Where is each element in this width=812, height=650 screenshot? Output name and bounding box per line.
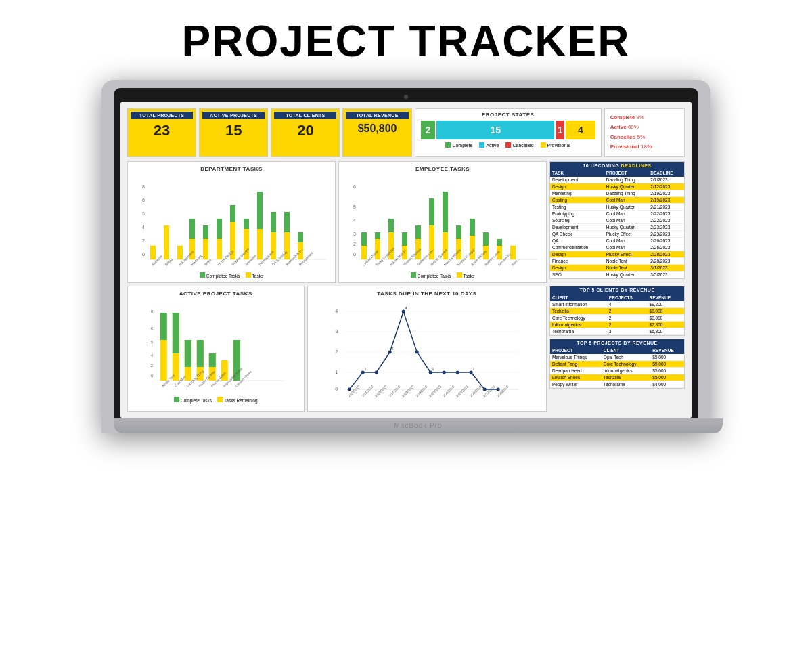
dept-chart-panel: DEPARTMENT TASKS 8 6 5 4 2 0: [127, 161, 336, 283]
client-projects: 3: [607, 328, 648, 334]
client-revenue: $6,800: [648, 328, 684, 334]
deadline-date: 2/28/2023: [648, 257, 684, 264]
svg-text:2: 2: [151, 364, 154, 368]
dept-chart-svg: 8 6 5 4 2 0: [132, 175, 331, 269]
legend-provisional: Provisional: [541, 142, 570, 148]
svg-rect-58: [429, 198, 434, 225]
client-row: Techorama 3 $6,800: [550, 328, 684, 334]
top-projects-card: TOP 5 PROJECTS BY REVENUE PROJECT CLIENT…: [549, 339, 685, 389]
stat-label-active-projects: ACTIVE PROJECTS: [202, 112, 265, 119]
svg-rect-90: [160, 313, 167, 340]
employee-chart-panel: EMPLOYEE TASKS 6 5 4 3 2 0: [338, 161, 547, 283]
svg-rect-52: [388, 219, 394, 232]
client-row: Informatgenics 2 $7,800: [550, 321, 684, 328]
legend-dot-provisional: [541, 142, 546, 148]
svg-text:2: 2: [353, 242, 356, 246]
deadline-row: Design Plucky Effect 2/28/2023: [550, 251, 684, 257]
top-clients-table: CLIENT PROJECTS REVENUE Smart Informatio…: [550, 294, 684, 335]
emp-legend-completed: Completed Tasks: [411, 272, 451, 278]
laptop-brand: MacBook Pro: [394, 422, 442, 429]
project-name: Loutish Shoes: [550, 374, 602, 381]
active-project-chart-panel: ACTIVE PROJECT TASKS 8 6 5 4 2 0: [127, 286, 304, 412]
client-projects: 2: [607, 321, 648, 328]
svg-rect-17: [230, 205, 235, 222]
svg-point-129: [482, 387, 486, 391]
svg-text:2/18/2023: 2/18/2023: [401, 384, 414, 397]
dashboard: TOTAL PROJECTS 23 ACTIVE PROJECTS 15 TOT…: [127, 108, 685, 412]
deadline-row: Finance Noble Tent 2/28/2023: [550, 257, 684, 264]
employee-chart-title: EMPLOYEE TASKS: [343, 166, 542, 172]
deadline-project: Husky Quarter: [604, 183, 649, 190]
stat-total-clients: TOTAL CLIENTS 20: [271, 108, 340, 157]
project-client: Informatgenics: [602, 367, 651, 374]
svg-rect-27: [298, 232, 303, 242]
deadline-date: 2/7/2023: [648, 177, 684, 183]
deadline-project: Noble Tent: [604, 257, 649, 264]
active-legend-remaining: Tasks Remaining: [217, 397, 258, 403]
dept-legend-completed: Completed Tasks: [200, 272, 240, 278]
svg-text:6: 6: [151, 326, 154, 330]
legend-cancelled: Cancelled: [505, 142, 533, 148]
deadline-row: Design Noble Tent 3/1/2023: [550, 264, 684, 271]
client-col-projects: PROJECTS: [607, 294, 648, 301]
stat-label-total-revenue: TOTAL REVENUE: [346, 112, 408, 119]
deadline-row: Prototyping Cool Man 2/22/2023: [550, 210, 684, 217]
svg-rect-11: [189, 219, 195, 239]
project-row: Deadpan Head Informatgenics $5,000: [550, 367, 684, 374]
svg-text:2/21/2023: 2/21/2023: [441, 384, 455, 397]
svg-point-121: [374, 370, 378, 374]
svg-rect-94: [185, 340, 191, 367]
svg-text:8: 8: [151, 309, 154, 313]
deadline-row: Marketing Dazzling Thing 2/19/2023: [550, 190, 684, 196]
deadline-project: Husky Quarter: [604, 223, 649, 230]
deadline-project: Husky Quarter: [604, 203, 649, 210]
project-name: Defiant Fang: [550, 360, 602, 367]
svg-rect-98: [209, 353, 216, 367]
deadline-task: Prototyping: [550, 210, 604, 217]
svg-rect-48: [361, 232, 367, 246]
deadline-task: Development: [550, 223, 604, 230]
client-name: Techzilla: [550, 307, 607, 314]
dept-chart-title: DEPARTMENT TASKS: [132, 166, 331, 172]
deadline-task: Sourcing: [550, 217, 604, 223]
top-projects-header: TOP 5 PROJECTS BY REVENUE: [550, 339, 684, 347]
stat-total-projects: TOTAL PROJECTS 23: [127, 108, 196, 157]
svg-text:2/22/2023: 2/22/2023: [468, 384, 482, 397]
project-revenue: $5,000: [650, 360, 684, 367]
deadline-date: 3/1/2023: [648, 264, 684, 271]
deadline-project: Cool Man: [604, 217, 649, 223]
deadline-date: 3/5/2023: [648, 271, 684, 278]
proj-col-name: PROJECT: [550, 347, 602, 354]
legend-complete: Complete: [445, 142, 472, 148]
svg-text:0: 0: [335, 387, 338, 391]
project-revenue: $4,000: [650, 381, 684, 387]
deadlines-card: 10 UPCOMING DEADLINES TASK PROJECT DEADL…: [549, 161, 685, 279]
svg-point-125: [428, 370, 432, 374]
deadline-date: 2/26/2023: [648, 237, 684, 244]
client-projects: 2: [607, 314, 648, 321]
deadline-date: 2/28/2023: [648, 251, 684, 257]
stat-label-total-clients: TOTAL CLIENTS: [274, 112, 336, 119]
deadline-task: Finance: [550, 257, 604, 264]
svg-text:2/22/2023: 2/22/2023: [482, 384, 495, 397]
deadline-task: Design: [550, 183, 604, 190]
svg-text:2/15/2023: 2/15/2023: [346, 384, 360, 397]
deadline-row: Commercialization Cool Man 2/26/2023: [550, 244, 684, 251]
deadline-date: 2/23/2023: [648, 223, 684, 230]
svg-text:0: 0: [142, 252, 145, 257]
svg-rect-8: [164, 225, 169, 259]
deadline-task: Testing: [550, 203, 604, 210]
deadline-row: QA Check Plucky Effect 2/23/2023: [550, 230, 684, 237]
deadline-date: 2/19/2023: [648, 190, 684, 196]
dept-chart-legend: Completed Tasks Tasks: [132, 272, 331, 278]
deadline-task: Design: [550, 264, 604, 271]
svg-text:2: 2: [335, 349, 338, 354]
deadline-project: Cool Man: [604, 244, 649, 251]
svg-rect-68: [497, 239, 502, 246]
active-chart-title: ACTIVE PROJECT TASKS: [132, 290, 300, 297]
client-row: Techzilla 2 $8,000: [550, 307, 684, 314]
svg-text:2/17/2023: 2/17/2023: [387, 384, 401, 397]
svg-point-119: [347, 387, 351, 391]
deadlines-highlight: DEADLINES: [621, 163, 652, 168]
project-client: Techzilla: [602, 374, 651, 381]
